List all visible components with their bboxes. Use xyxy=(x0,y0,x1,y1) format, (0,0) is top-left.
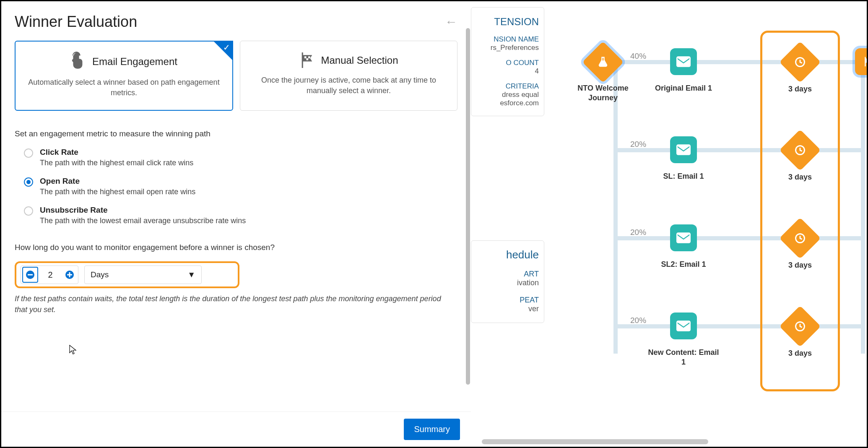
check-icon: ✓ xyxy=(223,42,230,52)
duration-section-label: How long do you want to monitor engageme… xyxy=(15,243,457,252)
increment-button[interactable] xyxy=(61,266,78,284)
radio-desc: The path with the highest email click ra… xyxy=(40,159,193,167)
radio-open-rate[interactable]: Open Rate The path with the highest emai… xyxy=(24,177,457,196)
radio-click-rate[interactable]: Click Rate The path with the highest ema… xyxy=(24,148,457,167)
path-percent: 20% xyxy=(630,316,646,325)
email-node[interactable] xyxy=(670,136,697,163)
option-title: Manual Selection xyxy=(321,55,398,66)
radio-icon xyxy=(24,148,33,158)
radio-desc: The path with the highest email open rat… xyxy=(40,188,195,196)
summary-button[interactable]: Summary xyxy=(404,419,460,440)
select-value: Days xyxy=(91,270,109,279)
cursor-icon xyxy=(68,344,78,358)
schedule-panel: hedule ART ivation PEAT ver xyxy=(471,240,544,323)
node-label: Original Email 1 xyxy=(646,83,721,93)
back-arrow-icon[interactable]: ← xyxy=(445,15,457,29)
tap-icon xyxy=(70,52,86,71)
node-label: SL: Email 1 xyxy=(646,172,721,181)
email-node[interactable] xyxy=(670,313,697,339)
clock-icon xyxy=(794,232,806,244)
duration-unit-select[interactable]: Days ▼ xyxy=(84,266,202,284)
node-label: 3 days xyxy=(762,260,838,270)
svg-rect-13 xyxy=(676,232,691,243)
node-label: SL2: Email 1 xyxy=(646,260,721,269)
option-title: Email Engagement xyxy=(92,56,177,68)
radio-icon xyxy=(24,177,33,187)
duration-controls-highlight: 2 Days ▼ xyxy=(15,261,239,288)
flag-icon xyxy=(299,51,315,69)
vertical-scrollbar[interactable] xyxy=(466,28,470,385)
email-node[interactable] xyxy=(670,48,697,75)
chevron-down-icon: ▼ xyxy=(187,270,195,279)
clock-icon xyxy=(794,56,806,68)
path-percent: 40% xyxy=(630,52,646,61)
radio-desc: The path with the lowest email average u… xyxy=(40,216,246,225)
path-percent: 20% xyxy=(630,228,646,237)
radio-title: Unsubscribe Rate xyxy=(40,206,246,215)
data-extension-panel: TENSION NSION NAME rs_Preferences O COUN… xyxy=(471,7,544,116)
option-manual-selection[interactable]: Manual Selection Once the journey is act… xyxy=(240,41,457,111)
node-label: 3 days xyxy=(762,349,838,358)
svg-rect-1 xyxy=(28,274,33,276)
radio-unsubscribe-rate[interactable]: Unsubscribe Rate The path with the lowes… xyxy=(24,206,457,225)
clock-icon xyxy=(794,320,806,332)
horizontal-scrollbar[interactable] xyxy=(482,439,708,444)
node-label: New Content: Email 1 xyxy=(646,348,721,367)
option-desc: Automatically select a winner based on p… xyxy=(26,77,222,98)
node-label: 3 days xyxy=(762,84,838,94)
beaker-icon xyxy=(597,56,609,68)
winner-evaluation-panel: Winner Evaluation ← ✓ Email Engagement A… xyxy=(1,1,471,447)
node-label: 3 days xyxy=(762,172,838,182)
svg-rect-15 xyxy=(676,320,691,331)
duration-stepper[interactable]: 2 xyxy=(21,266,78,284)
radio-title: Click Rate xyxy=(40,148,193,157)
goal-node[interactable] xyxy=(855,48,867,75)
journey-canvas[interactable]: TENSION NSION NAME rs_Preferences O COUN… xyxy=(471,1,867,447)
svg-rect-4 xyxy=(69,272,70,277)
duration-note: If the test paths contain waits, the tot… xyxy=(15,293,451,315)
svg-rect-11 xyxy=(676,144,691,155)
radio-icon xyxy=(24,206,33,216)
option-email-engagement[interactable]: ✓ Email Engagement Automatically select … xyxy=(15,41,233,111)
node-label: NTO Welcome Journey xyxy=(565,83,641,102)
svg-rect-9 xyxy=(676,56,691,67)
path-percent: 20% xyxy=(630,140,646,149)
option-desc: Once the journey is active, come back at… xyxy=(250,75,447,96)
clock-icon xyxy=(794,144,806,156)
email-node[interactable] xyxy=(670,224,697,251)
decrement-button[interactable] xyxy=(22,267,38,283)
panel-title: Winner Evaluation xyxy=(15,13,137,31)
radio-title: Open Rate xyxy=(40,177,195,186)
metric-section-label: Set an engagement metric to measure the … xyxy=(15,129,457,138)
duration-value: 2 xyxy=(39,270,61,280)
